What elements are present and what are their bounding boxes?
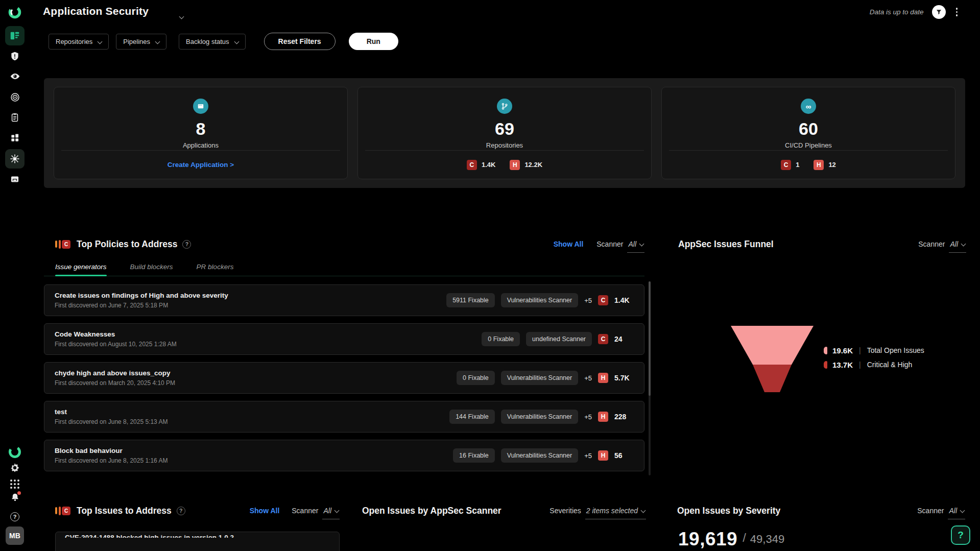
severities-value: 2 items selected xyxy=(586,507,638,515)
create-application-link[interactable]: Create Application > xyxy=(168,161,234,169)
policy-row[interactable]: chyde high and above issues_copy First d… xyxy=(44,362,644,394)
scanner-dropdown[interactable]: All xyxy=(627,240,644,253)
policy-row[interactable]: test First discovered on June 8, 2025 5:… xyxy=(44,401,644,433)
scrollbar-thumb[interactable] xyxy=(649,281,651,396)
fixable-pill: 0 Fixable xyxy=(482,332,520,346)
stat-card-repositories: 69 Repositories C 1.4K H 12.2K xyxy=(357,87,652,179)
list-scrollbar[interactable] xyxy=(649,281,651,475)
scanner-dropdown[interactable]: All xyxy=(948,507,965,519)
notifications-button[interactable] xyxy=(5,490,25,507)
kebab-menu-button[interactable] xyxy=(954,6,960,18)
user-avatar[interactable]: MB xyxy=(6,526,24,545)
apps-grid-button[interactable] xyxy=(5,476,25,492)
fixable-pill: 144 Fixable xyxy=(449,410,495,424)
widgets-icon xyxy=(10,133,20,143)
sidebar-item-dashboard[interactable] xyxy=(5,26,25,45)
issue-row[interactable]: CVE-2024-1488 blocked high issues in ver… xyxy=(55,532,340,551)
sidebar-item-workflows[interactable] xyxy=(5,170,25,189)
scanner-value: All xyxy=(949,507,957,515)
scanner-pill: Vulnerabilities Scanner xyxy=(501,448,578,463)
ox-logo[interactable] xyxy=(8,5,22,19)
grid-icon xyxy=(10,480,19,489)
ox-logo-bottom[interactable] xyxy=(8,445,22,459)
policy-row[interactable]: Code Weaknesses First discovered on Augu… xyxy=(44,323,644,355)
scanner-label: Scanner xyxy=(917,507,944,515)
section-title: Top Policies to Address xyxy=(77,239,177,250)
chevron-down-icon xyxy=(234,39,239,44)
critical-count: 1 xyxy=(796,161,799,169)
legend-separator: | xyxy=(859,361,861,369)
severity-count-row: 19,619 / 49,349 xyxy=(678,529,784,550)
plus-more: +5 xyxy=(584,452,592,460)
critical-badge-group: C 1.4K xyxy=(467,160,495,170)
sidebar-item-security-posture[interactable] xyxy=(5,46,25,66)
policy-subtitle: First discovered on June 8, 2025 1:16 AM xyxy=(55,457,168,464)
legend-marker xyxy=(824,347,827,354)
fixable-pill: 16 Fixable xyxy=(453,448,495,463)
sidebar-item-integrations[interactable] xyxy=(5,128,25,148)
policy-title: Create issues on findings of High and ab… xyxy=(55,292,228,299)
help-tooltip-icon[interactable]: ? xyxy=(182,240,191,249)
stat-value: 8 xyxy=(196,119,206,139)
chip-label: Repositories xyxy=(56,38,92,45)
open-issues-by-severity-section: Open Issues by Severity Scanner All 19,6… xyxy=(677,503,965,518)
scanner-pill: Vulnerabilities Scanner xyxy=(501,371,578,385)
tab-build-blockers[interactable]: Build blockers xyxy=(130,263,173,276)
filter-chip-pipelines[interactable]: Pipelines xyxy=(116,34,166,50)
total-issues-count: 49,349 xyxy=(750,533,784,546)
policy-row[interactable]: Create issues on findings of High and ab… xyxy=(44,284,644,316)
target-icon xyxy=(10,92,20,103)
funnel-chart xyxy=(730,325,814,393)
count-slash: / xyxy=(743,531,746,545)
spider-icon xyxy=(9,153,20,164)
filter-chip-repositories[interactable]: Repositories xyxy=(49,34,109,50)
high-badge-group: H 12 xyxy=(814,160,835,170)
global-filter-button[interactable] xyxy=(932,5,946,19)
status-cluster: Data is up to date xyxy=(870,5,960,19)
section-title: Top Issues to Address xyxy=(77,506,172,516)
policy-row[interactable]: Block bad behaviour First discovered on … xyxy=(44,440,644,471)
policy-list: Create issues on findings of High and ab… xyxy=(44,284,644,471)
stat-value: 69 xyxy=(495,119,514,139)
reset-filters-button[interactable]: Reset Filters xyxy=(264,33,336,50)
sidebar-item-visibility[interactable] xyxy=(5,66,25,86)
issue-count: 24 xyxy=(614,335,634,343)
policy-title: Code Weaknesses xyxy=(55,330,177,338)
browser-window-icon xyxy=(10,174,20,184)
scanner-dropdown[interactable]: All xyxy=(949,240,966,253)
help-tooltip-icon[interactable]: ? xyxy=(177,507,185,515)
section-title: Open Issues by Severity xyxy=(677,506,780,516)
stat-card-applications: 8 Applications Create Application > xyxy=(54,87,348,179)
sidebar-item-priorities[interactable] xyxy=(5,87,25,107)
legend-row: 19.6K | Total Open Issues xyxy=(824,345,924,356)
applications-icon xyxy=(193,99,208,114)
show-all-link[interactable]: Show All xyxy=(554,240,584,248)
sidebar-item-policies[interactable] xyxy=(5,108,25,127)
scanner-value: All xyxy=(628,240,636,248)
help-fab-button[interactable]: ? xyxy=(951,525,970,545)
question-icon: ? xyxy=(10,512,19,521)
policy-title: Block bad behaviour xyxy=(55,447,168,454)
show-all-link[interactable]: Show All xyxy=(250,507,280,515)
high-severity-badge: H xyxy=(510,160,520,170)
severities-dropdown[interactable]: 2 items selected xyxy=(585,507,646,519)
critical-severity-badge: C xyxy=(467,160,477,170)
filter-chip-backlog-status[interactable]: Backlog status xyxy=(179,34,246,50)
page-title-dropdown[interactable] xyxy=(180,11,183,20)
scanner-value: All xyxy=(950,240,958,248)
scanner-label: Scanner xyxy=(918,240,945,248)
settings-button[interactable] xyxy=(5,459,25,476)
scanner-dropdown[interactable]: All xyxy=(322,507,340,519)
tab-issue-generators[interactable]: Issue generators xyxy=(55,263,107,276)
run-button[interactable]: Run xyxy=(349,33,398,50)
eye-icon xyxy=(10,71,20,82)
tab-pr-blockers[interactable]: PR blockers xyxy=(197,263,234,276)
gear-icon xyxy=(10,463,20,473)
sidebar-item-appsec-spider[interactable] xyxy=(5,149,25,169)
severity-badge: H xyxy=(598,373,608,383)
help-button[interactable]: ? xyxy=(5,509,25,525)
bell-icon xyxy=(10,492,20,505)
data-status-text: Data is up to date xyxy=(870,8,924,16)
clipboard-icon xyxy=(10,112,20,123)
legend-separator: | xyxy=(859,346,861,354)
